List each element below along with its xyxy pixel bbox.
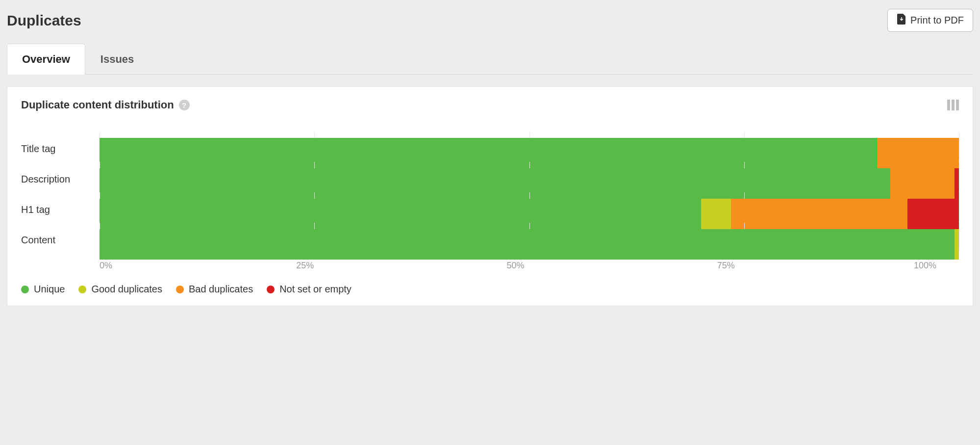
- chart-bar: [100, 190, 959, 220]
- legend-empty[interactable]: Not set or empty: [267, 284, 352, 295]
- legend-dot-unique: [21, 286, 29, 293]
- legend-label-empty: Not set or empty: [279, 284, 352, 295]
- axis-tick: 0%: [100, 261, 112, 271]
- axis-tick: 100%: [914, 261, 936, 271]
- grid-line: [959, 131, 959, 159]
- columns-toggle-icon[interactable]: [947, 100, 959, 110]
- tab-issues[interactable]: Issues: [85, 44, 150, 75]
- axis-tick: 75%: [717, 261, 735, 271]
- chart-bar: [100, 159, 959, 190]
- chart-category-label: Title tag: [21, 129, 100, 159]
- legend-label-unique: Unique: [34, 284, 65, 295]
- legend: Unique Good duplicates Bad duplicates No…: [21, 271, 959, 295]
- legend-label-good: Good duplicates: [91, 284, 162, 295]
- legend-good[interactable]: Good duplicates: [78, 284, 162, 295]
- legend-bad[interactable]: Bad duplicates: [176, 284, 253, 295]
- chart-category-label: Description: [21, 159, 100, 190]
- panel-duplicate-distribution: Duplicate content distribution ? Title t…: [7, 86, 973, 306]
- section-title: Duplicate content distribution: [21, 99, 174, 111]
- legend-dot-empty: [267, 286, 275, 293]
- legend-unique[interactable]: Unique: [21, 284, 65, 295]
- print-to-pdf-button[interactable]: Print to PDF: [887, 9, 973, 32]
- legend-dot-good: [78, 286, 86, 293]
- axis-tick: 50%: [506, 261, 524, 271]
- tab-overview[interactable]: Overview: [7, 44, 85, 75]
- grid-line: [959, 223, 959, 251]
- chart-category-label: H1 tag: [21, 190, 100, 220]
- grid-line: [959, 162, 959, 190]
- grid-line: [959, 192, 959, 220]
- legend-label-bad: Bad duplicates: [189, 284, 253, 295]
- chart-bar: [100, 220, 959, 251]
- legend-dot-bad: [176, 286, 184, 293]
- help-icon[interactable]: ?: [179, 100, 190, 110]
- chart-bar: [100, 129, 959, 159]
- chart-category-label: Content: [21, 220, 100, 251]
- print-to-pdf-label: Print to PDF: [910, 15, 964, 26]
- axis-tick: 25%: [296, 261, 314, 271]
- download-file-icon: [897, 14, 906, 27]
- page-title: Duplicates: [7, 12, 81, 29]
- chart-segment-unique[interactable]: [100, 229, 955, 260]
- tabs: Overview Issues: [7, 44, 973, 75]
- chart-segment-good[interactable]: [955, 229, 959, 260]
